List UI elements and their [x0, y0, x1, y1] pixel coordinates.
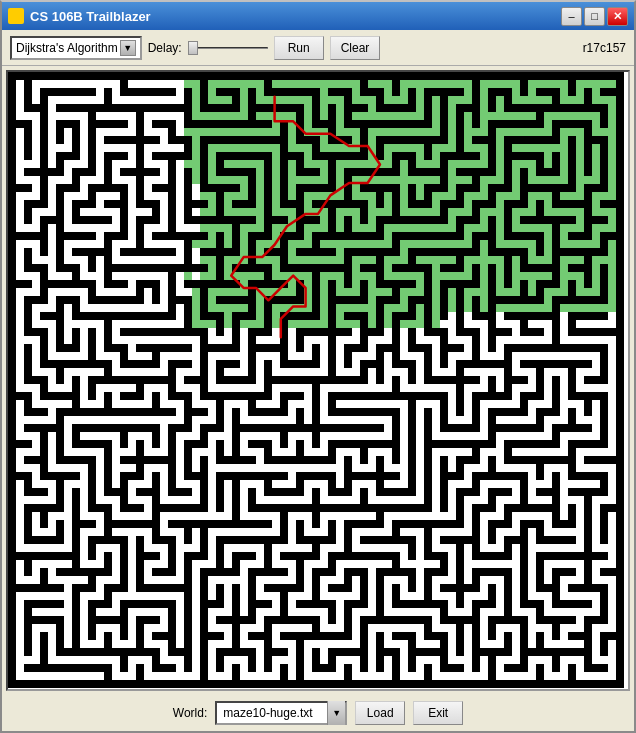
maximize-button[interactable]: □	[584, 7, 605, 26]
world-label: World:	[173, 706, 207, 720]
world-dropdown-arrow[interactable]: ▼	[327, 701, 345, 725]
world-value: maze10-huge.txt	[217, 706, 327, 720]
run-button[interactable]: Run	[274, 36, 324, 60]
world-selector[interactable]: maze10-huge.txt ▼	[215, 701, 347, 725]
main-window: CS 106B Trailblazer – □ ✕ Dijkstra's Alg…	[0, 0, 636, 733]
maze-container	[6, 70, 630, 691]
maze-canvas[interactable]	[8, 72, 628, 689]
algorithm-selector[interactable]: Dijkstra's Algorithm ▼	[10, 36, 142, 60]
version-label: r17c157	[583, 41, 626, 55]
load-button[interactable]: Load	[355, 701, 405, 725]
delay-label: Delay:	[148, 41, 182, 55]
window-title: CS 106B Trailblazer	[30, 9, 555, 24]
close-button[interactable]: ✕	[607, 7, 628, 26]
minimize-button[interactable]: –	[561, 7, 582, 26]
app-icon	[8, 8, 24, 24]
algorithm-label: Dijkstra's Algorithm	[16, 41, 118, 55]
title-bar: CS 106B Trailblazer – □ ✕	[2, 2, 634, 30]
window-controls: – □ ✕	[561, 7, 628, 26]
delay-track	[188, 47, 268, 49]
delay-slider[interactable]	[188, 38, 268, 58]
toolbar: Dijkstra's Algorithm ▼ Delay: Run Clear …	[2, 30, 634, 66]
clear-button[interactable]: Clear	[330, 36, 381, 60]
bottom-bar: World: maze10-huge.txt ▼ Load Exit	[2, 695, 634, 731]
delay-thumb[interactable]	[188, 41, 198, 55]
exit-button[interactable]: Exit	[413, 701, 463, 725]
algorithm-dropdown-arrow[interactable]: ▼	[120, 40, 136, 56]
